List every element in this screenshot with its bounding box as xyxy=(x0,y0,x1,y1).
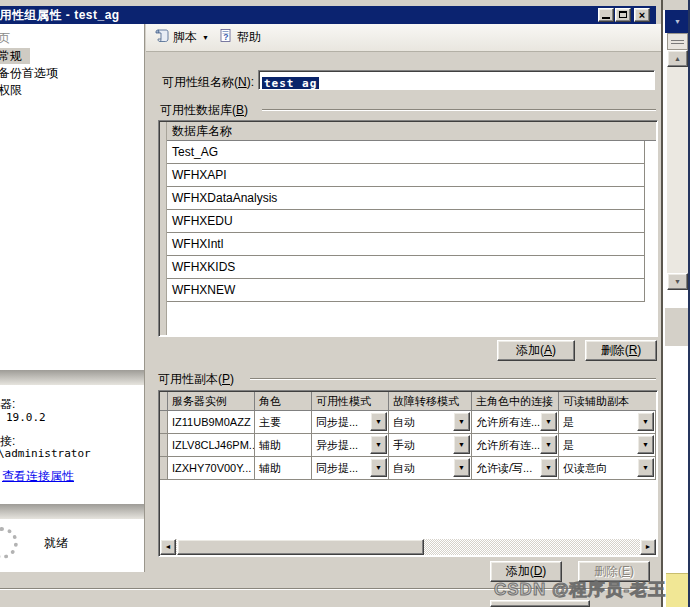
databases-table-rows: Test_AGWFHXAPIWFHXDataAnalysisWFHXEDUWFH… xyxy=(160,141,656,302)
replica-readable-secondary-cell-value[interactable]: 仅读意向 xyxy=(559,457,637,479)
availability-group-name-input[interactable]: test_ag xyxy=(258,70,655,90)
row-header-strip xyxy=(160,434,168,457)
database-row[interactable]: WFHXAPI xyxy=(160,164,645,187)
replica-connections-cell: 允许读/写...▼ xyxy=(472,457,559,480)
replica-server-cell[interactable]: IZXHY70V00Y... xyxy=(168,457,255,480)
column-connections-in-primary-role[interactable]: 主角色中的连接 xyxy=(472,392,559,411)
replica-readable-secondary-cell: 是▼ xyxy=(559,411,656,434)
group-divider xyxy=(262,109,656,111)
dialog-availability-group-properties: 可用性组属性 - test_ag × 页 常规 备份首选项 权限 器: 19.0… xyxy=(0,0,663,607)
combo-dropdown-button[interactable]: ▼ xyxy=(540,435,557,454)
row-header-strip xyxy=(160,457,168,480)
chevron-down-icon: ▼ xyxy=(674,18,681,25)
database-delete-button[interactable]: 删除(R) xyxy=(585,340,657,361)
progress-panel: 就绪 xyxy=(0,519,145,572)
maximize-button[interactable] xyxy=(615,8,631,22)
sidebar-item-backup-preferences[interactable]: 备份首选项 xyxy=(0,65,66,81)
database-row[interactable]: WFHXEDU xyxy=(160,210,645,233)
dialog-titlebar[interactable]: 可用性组属性 - test_ag × xyxy=(0,6,656,24)
scroll-right-button[interactable]: ► xyxy=(640,539,656,555)
replicas-table: 服务器实例 角色 可用性模式 故障转移模式 主角色中的连接 可读辅助副本 IZ1… xyxy=(158,390,658,557)
replica-failover-mode-cell-value[interactable]: 自动 xyxy=(389,411,453,433)
replica-availability-mode-cell-value[interactable]: 同步提... xyxy=(312,457,370,479)
replica-server-cell[interactable]: IZLV8CLJ46PM... xyxy=(168,434,255,457)
combo-dropdown-button[interactable]: ▼ xyxy=(540,412,557,431)
backdrop-top xyxy=(663,0,690,10)
script-button-label: 脚本 xyxy=(173,29,197,46)
editor-splitter-handle[interactable] xyxy=(667,33,688,50)
minimize-button[interactable] xyxy=(598,8,614,22)
combo-dropdown-button[interactable]: ▼ xyxy=(637,435,654,454)
replica-failover-mode-cell-value[interactable]: 手动 xyxy=(389,434,453,456)
scroll-left-icon: ◄ xyxy=(165,543,172,550)
database-row[interactable]: Test_AG xyxy=(160,141,645,164)
replica-readable-secondary-cell: 仅读意向▼ xyxy=(559,457,656,480)
replica-availability-mode-cell-value[interactable]: 异步提... xyxy=(312,434,370,456)
combo-dropdown-button[interactable]: ▼ xyxy=(637,412,654,431)
replica-role-cell[interactable]: 主要 xyxy=(255,411,312,434)
replica-failover-mode-cell: 手动▼ xyxy=(389,434,472,457)
combo-dropdown-button[interactable]: ▼ xyxy=(453,435,470,454)
help-document-icon: ? xyxy=(218,28,234,48)
database-row[interactable]: WFHXNEW xyxy=(160,279,645,302)
database-row[interactable]: WFHXDataAnalysis xyxy=(160,187,645,210)
sidebar-item-permissions[interactable]: 权限 xyxy=(0,82,30,98)
replica-availability-mode-cell: 同步提...▼ xyxy=(312,457,389,480)
replica-readable-secondary-cell-value[interactable]: 是 xyxy=(559,434,637,456)
view-connection-properties-link[interactable]: 查看连接属性 xyxy=(2,468,74,485)
availability-replicas-group-label: 可用性副本(P) xyxy=(158,371,234,388)
replica-connections-cell-value[interactable]: 允许读/写... xyxy=(472,457,540,479)
replica-connections-cell: 允许所有连...▼ xyxy=(472,434,559,457)
column-availability-mode[interactable]: 可用性模式 xyxy=(312,392,389,411)
column-failover-mode[interactable]: 故障转移模式 xyxy=(389,392,472,411)
dialog-right-border xyxy=(661,0,663,607)
database-row[interactable]: WFHXIntl xyxy=(160,233,645,256)
scroll-up-icon: ▲ xyxy=(674,55,681,62)
availability-databases-group-label: 可用性数据库(B) xyxy=(160,102,248,119)
scroll-down-button[interactable]: ▼ xyxy=(667,273,688,290)
progress-spinner-icon xyxy=(0,527,18,559)
column-server-instance[interactable]: 服务器实例 xyxy=(168,392,255,411)
replica-readable-secondary-cell-value[interactable]: 是 xyxy=(559,411,637,433)
help-button[interactable]: ? 帮助 xyxy=(218,24,261,51)
backdrop-navy-band: ▼ xyxy=(665,10,690,33)
column-readable-secondary[interactable]: 可读辅助副本 xyxy=(559,392,656,411)
selected-text: test_ag xyxy=(262,77,319,90)
svg-text:?: ? xyxy=(223,32,228,42)
replica-role-cell[interactable]: 辅助 xyxy=(255,434,312,457)
replica-role-cell[interactable]: 辅助 xyxy=(255,457,312,480)
combo-dropdown-button[interactable]: ▼ xyxy=(637,458,654,477)
horizontal-scrollbar[interactable]: ◄ ► xyxy=(160,539,656,555)
scroll-left-button[interactable]: ◄ xyxy=(160,539,176,555)
replica-availability-mode-cell: 同步提...▼ xyxy=(312,411,389,434)
replica-failover-mode-cell: 自动▼ xyxy=(389,411,472,434)
connection-panel: 器: 19.0.2 接: \administrator 查看连接属性 xyxy=(0,385,145,504)
database-row[interactable]: WFHXKIDS xyxy=(160,256,645,279)
backdrop-yellow-block xyxy=(666,573,688,607)
combo-dropdown-button[interactable]: ▼ xyxy=(453,458,470,477)
server-value: 19.0.2 xyxy=(6,411,46,424)
minimize-icon xyxy=(602,17,610,19)
combo-dropdown-button[interactable]: ▼ xyxy=(370,458,387,477)
vertical-scrollbar-track[interactable] xyxy=(667,67,688,273)
replicas-table-header: 服务器实例 角色 可用性模式 故障转移模式 主角色中的连接 可读辅助副本 xyxy=(160,392,656,411)
scroll-up-button[interactable]: ▲ xyxy=(667,50,688,67)
combo-dropdown-button[interactable]: ▼ xyxy=(540,458,557,477)
replica-connections-cell-value[interactable]: 允许所有连... xyxy=(472,434,540,456)
combo-dropdown-button[interactable]: ▼ xyxy=(370,435,387,454)
database-add-button[interactable]: 添加(A) xyxy=(497,340,575,361)
partial-bottom-button[interactable] xyxy=(490,600,590,607)
replica-server-cell[interactable]: IZ11UB9M0AZZ xyxy=(168,411,255,434)
close-button[interactable]: × xyxy=(634,8,650,22)
watermark: CSDN @程序员-老王 xyxy=(494,578,666,601)
column-role[interactable]: 角色 xyxy=(255,392,312,411)
combo-dropdown-button[interactable]: ▼ xyxy=(370,412,387,431)
script-button[interactable]: 脚本 ▼ xyxy=(154,24,209,51)
sidebar-item-general[interactable]: 常规 xyxy=(0,48,30,64)
replica-availability-mode-cell-value[interactable]: 同步提... xyxy=(312,411,370,433)
replica-connections-cell-value[interactable]: 允许所有连... xyxy=(472,411,540,433)
replica-failover-mode-cell-value[interactable]: 自动 xyxy=(389,457,453,479)
combo-dropdown-button[interactable]: ▼ xyxy=(453,412,470,431)
replica-row: IZLV8CLJ46PM...辅助异步提...▼手动▼允许所有连...▼是▼ xyxy=(160,434,656,457)
scrollbar-thumb[interactable] xyxy=(177,539,424,555)
